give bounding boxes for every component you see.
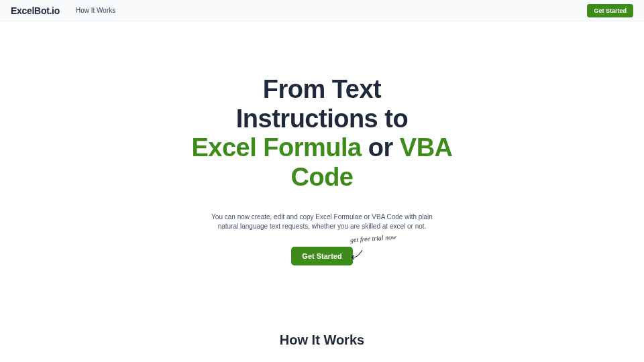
hero-cta-wrap: get free trial now Get Started xyxy=(291,247,352,265)
hero-title-line1: From Text xyxy=(263,75,381,103)
navbar: ExcelBot.io How It Works Get Started xyxy=(0,0,644,21)
logo-text-pre: E xyxy=(11,5,17,16)
hero-title-line2: Instructions to xyxy=(236,105,408,133)
logo[interactable]: ExcelBot.io xyxy=(11,5,60,16)
hero-title-green2: VBA xyxy=(400,133,453,162)
hero: From Text Instructions to Excel Formula … xyxy=(0,21,644,265)
arrow-icon xyxy=(349,248,365,263)
nav-get-started-button[interactable]: Get Started xyxy=(587,4,633,17)
hero-title: From Text Instructions to Excel Formula … xyxy=(0,75,644,192)
hero-subtitle: You can now create, edit and copy Excel … xyxy=(208,213,436,232)
hero-hint: get free trial now xyxy=(350,233,396,243)
hero-get-started-button[interactable]: Get Started xyxy=(291,247,352,265)
how-it-works-title: How It Works xyxy=(0,333,644,348)
hero-title-green1: Excel Formula xyxy=(191,133,361,162)
hero-title-line4: Code xyxy=(291,163,354,191)
nav-left: ExcelBot.io How It Works xyxy=(11,5,115,16)
steps-row: Step 1 Start your FREE Trial by providin… xyxy=(0,348,644,362)
hero-title-mid: or xyxy=(362,133,400,162)
nav-link-how-it-works[interactable]: How It Works xyxy=(76,7,115,14)
logo-text-x: x xyxy=(17,5,22,16)
logo-text-post: celBot.io xyxy=(22,5,60,16)
